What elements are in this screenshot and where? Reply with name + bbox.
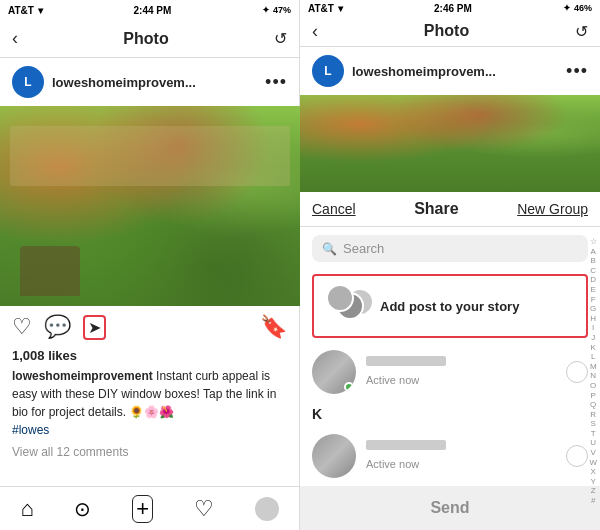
- section-header-k: K: [300, 402, 600, 426]
- wifi-icon-right: ▾: [338, 3, 343, 14]
- chair-decoration: [20, 246, 80, 296]
- active-dot-1: [344, 382, 354, 392]
- view-comments[interactable]: View all 12 comments: [0, 445, 299, 465]
- comment-icon[interactable]: 💬: [44, 314, 71, 340]
- contact-status-1: Active now: [366, 374, 419, 386]
- story-avatars: [326, 284, 370, 328]
- avatar-right: L: [312, 55, 344, 87]
- time-right: 2:46 PM: [434, 3, 472, 14]
- profile-row-left: L loweshomeimprovem... •••: [0, 58, 299, 106]
- battery-right: 46%: [574, 3, 592, 13]
- nav-bar-left: ⌂ ⊙ + ♡: [0, 486, 299, 530]
- nav-search-icon[interactable]: ⊙: [74, 497, 91, 521]
- profile-left[interactable]: L loweshomeimprovem...: [12, 66, 196, 98]
- contact-avatar-2: [312, 434, 356, 478]
- page-title-left: Photo: [123, 30, 168, 48]
- refresh-icon-right[interactable]: ↺: [575, 22, 588, 41]
- status-right-left: ✦ 47%: [262, 5, 291, 15]
- top-bar-right: ‹ Photo ↺: [300, 16, 600, 47]
- status-bar-left: AT&T ▾ 2:44 PM ✦ 47%: [0, 0, 299, 20]
- actions-row: ♡ 💬 ➤ 🔖: [0, 306, 299, 348]
- profile-row-right: L loweshomeimprovem... •••: [300, 47, 600, 95]
- image-overlay-right: [300, 95, 600, 192]
- username-right: loweshomeimprovem...: [352, 64, 496, 79]
- status-left: AT&T ▾: [8, 5, 43, 16]
- contact-left-1: Active now: [312, 350, 446, 394]
- nav-home-icon[interactable]: ⌂: [20, 496, 33, 522]
- status-left-right: AT&T ▾: [308, 3, 343, 14]
- story-avatar-1: [326, 284, 354, 312]
- share-icon[interactable]: ➤: [88, 318, 101, 337]
- window-boxes-decoration: [10, 126, 290, 186]
- likes-count: 1,008 likes: [0, 348, 299, 367]
- more-icon-left[interactable]: •••: [265, 72, 287, 93]
- search-bar[interactable]: 🔍 Search: [312, 235, 588, 262]
- carrier-right: AT&T: [308, 3, 334, 14]
- share-button-wrapper[interactable]: ➤: [83, 315, 106, 340]
- new-group-button[interactable]: New Group: [517, 201, 588, 217]
- nav-profile-icon[interactable]: [255, 497, 279, 521]
- page-title-right: Photo: [424, 22, 469, 40]
- post-image-left: [0, 106, 300, 306]
- bluetooth-icon-right: ✦: [563, 3, 571, 13]
- username-left: loweshomeimprovem...: [52, 75, 196, 90]
- back-icon-right[interactable]: ‹: [312, 21, 318, 42]
- caption-username: loweshomeimprovement: [12, 369, 153, 383]
- right-panel-content: 🔍 Search Add post to your story Activ: [300, 227, 600, 530]
- contact-item-1[interactable]: Active now: [300, 342, 600, 402]
- contact-left-2: Active now: [312, 434, 446, 478]
- contact-avatar-1: [312, 350, 356, 394]
- contact-name-blurred-1: [366, 356, 446, 366]
- contact-item-2[interactable]: Active now: [300, 426, 600, 486]
- contact-info-1: Active now: [366, 356, 446, 388]
- bookmark-icon[interactable]: 🔖: [260, 314, 287, 340]
- carrier-left: AT&T: [8, 5, 34, 16]
- search-icon-right: 🔍: [322, 242, 337, 256]
- avatar-inner-2: [312, 434, 356, 478]
- battery-left: 47%: [273, 5, 291, 15]
- alphabet-sidebar: ☆ A B C D E F G H I J K L M N O P Q R S …: [589, 237, 597, 506]
- search-placeholder: Search: [343, 241, 384, 256]
- send-bar: Send: [300, 486, 600, 530]
- share-title: Share: [414, 200, 458, 218]
- contact-name-blurred-2: [366, 440, 446, 450]
- back-icon-left[interactable]: ‹: [12, 28, 18, 49]
- contact-status-2: Active now: [366, 458, 419, 470]
- actions-left: ♡ 💬 ➤: [12, 314, 106, 340]
- cancel-button[interactable]: Cancel: [312, 201, 356, 217]
- nav-add-icon[interactable]: +: [132, 495, 153, 523]
- caption: loweshomeimprovement Instant curb appeal…: [0, 367, 299, 445]
- send-button[interactable]: Send: [430, 499, 469, 517]
- bluetooth-icon: ✦: [262, 5, 270, 15]
- time-left: 2:44 PM: [134, 5, 172, 16]
- contact-radio-1[interactable]: [566, 361, 588, 383]
- status-right-right: ✦ 46%: [563, 3, 592, 13]
- story-label: Add post to your story: [380, 299, 519, 314]
- top-bar-left: ‹ Photo ↺: [0, 20, 299, 58]
- left-panel: AT&T ▾ 2:44 PM ✦ 47% ‹ Photo ↺ L lowesho…: [0, 0, 300, 530]
- contact-info-2: Active now: [366, 440, 446, 472]
- share-bar: Cancel Share New Group: [300, 192, 600, 227]
- wifi-icon: ▾: [38, 5, 43, 16]
- profile-right[interactable]: L loweshomeimprovem...: [312, 55, 496, 87]
- post-image-right: [300, 95, 600, 192]
- nav-heart-icon[interactable]: ♡: [194, 496, 214, 522]
- avatar-left: L: [12, 66, 44, 98]
- right-panel: AT&T ▾ 2:46 PM ✦ 46% ‹ Photo ↺ L lowesho…: [300, 0, 600, 530]
- refresh-icon-left[interactable]: ↺: [274, 29, 287, 48]
- heart-icon[interactable]: ♡: [12, 314, 32, 340]
- more-icon-right[interactable]: •••: [566, 61, 588, 82]
- caption-hashtag: #lowes: [12, 423, 49, 437]
- contact-radio-2[interactable]: [566, 445, 588, 467]
- story-item[interactable]: Add post to your story: [312, 274, 588, 338]
- status-bar-right: AT&T ▾ 2:46 PM ✦ 46%: [300, 0, 600, 16]
